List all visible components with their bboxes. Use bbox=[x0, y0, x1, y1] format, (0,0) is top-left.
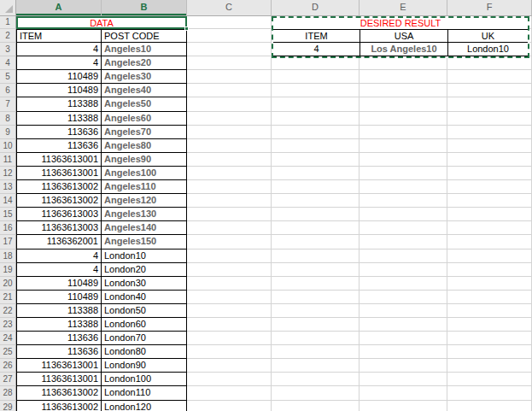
cell-item[interactable]: 110489 bbox=[16, 277, 102, 291]
row-header[interactable]: 22 bbox=[0, 304, 16, 318]
cell-empty-f[interactable] bbox=[447, 263, 532, 277]
cell-item[interactable]: 1136362001 bbox=[16, 235, 102, 249]
cell-empty-f[interactable] bbox=[447, 332, 532, 345]
cell-postcode[interactable]: Angeles40 bbox=[102, 84, 187, 97]
cell-empty-f[interactable] bbox=[447, 180, 532, 194]
cell-empty-d[interactable] bbox=[272, 208, 360, 221]
cell-item[interactable]: 113388 bbox=[16, 304, 102, 318]
result-cell-usa[interactable]: Los Angeles10 bbox=[360, 43, 448, 56]
cell-empty-f[interactable] bbox=[447, 277, 532, 291]
cell-empty-e[interactable] bbox=[360, 263, 447, 277]
cell-item[interactable]: 11363613003 bbox=[16, 208, 102, 221]
cell-empty-e[interactable] bbox=[360, 112, 447, 126]
cell-empty-e[interactable] bbox=[360, 359, 447, 373]
cell-empty-d[interactable] bbox=[272, 70, 360, 84]
cell-item[interactable]: 113636 bbox=[16, 332, 102, 345]
result-cell-item[interactable]: ITEM bbox=[273, 29, 360, 43]
cell-postcode[interactable]: London60 bbox=[102, 318, 187, 332]
cell-item[interactable]: 4 bbox=[16, 263, 102, 277]
cell-empty-e[interactable] bbox=[360, 56, 447, 70]
cell-empty-d[interactable] bbox=[272, 318, 360, 332]
cell-empty-c[interactable] bbox=[187, 208, 272, 221]
cell-postcode[interactable]: Angeles110 bbox=[102, 180, 187, 194]
cell-empty-c[interactable] bbox=[187, 29, 272, 43]
column-header[interactable]: C bbox=[187, 0, 272, 16]
cell-item[interactable]: 110489 bbox=[16, 70, 102, 84]
cell-postcode[interactable]: Angeles60 bbox=[102, 112, 187, 126]
cell-empty-f[interactable] bbox=[447, 291, 532, 304]
row-header[interactable]: 17 bbox=[0, 235, 16, 249]
row-header[interactable]: 26 bbox=[0, 359, 16, 373]
cell-empty-c[interactable] bbox=[187, 304, 272, 318]
cell-postcode[interactable]: London10 bbox=[102, 250, 187, 263]
cell-empty-c[interactable] bbox=[187, 84, 272, 97]
cell-empty-f[interactable] bbox=[447, 373, 532, 386]
row-header[interactable]: 21 bbox=[0, 291, 16, 304]
cell-empty-d[interactable] bbox=[272, 401, 360, 411]
cell-empty-f[interactable] bbox=[447, 208, 532, 221]
cell-item[interactable]: 4 bbox=[16, 250, 102, 263]
result-cell-item[interactable]: 4 bbox=[273, 43, 360, 56]
row-header[interactable]: 14 bbox=[0, 194, 16, 208]
cell-empty-e[interactable] bbox=[360, 235, 447, 249]
cell-empty-f[interactable] bbox=[447, 167, 532, 180]
cell-empty-c[interactable] bbox=[187, 112, 272, 126]
cell-empty-e[interactable] bbox=[360, 126, 447, 139]
cell-postcode[interactable]: London100 bbox=[102, 373, 187, 386]
cell-postcode[interactable]: Angeles140 bbox=[102, 221, 187, 235]
row-header[interactable]: 12 bbox=[0, 167, 16, 180]
cell-empty-c[interactable] bbox=[187, 221, 272, 235]
cell-postcode[interactable]: London110 bbox=[102, 386, 187, 400]
cell-empty-f[interactable] bbox=[447, 359, 532, 373]
cell-empty-e[interactable] bbox=[360, 291, 447, 304]
cell-empty-e[interactable] bbox=[360, 250, 447, 263]
cell-empty-d[interactable] bbox=[272, 112, 360, 126]
cell-empty-d[interactable] bbox=[272, 139, 360, 153]
cell-postcode[interactable]: Angeles30 bbox=[102, 70, 187, 84]
cell-empty-d[interactable] bbox=[272, 180, 360, 194]
cell-item[interactable]: 113636 bbox=[16, 126, 102, 139]
row-header[interactable]: 27 bbox=[0, 373, 16, 386]
cell-empty-e[interactable] bbox=[360, 304, 447, 318]
cell-item[interactable]: 113636 bbox=[16, 139, 102, 153]
cell-item[interactable]: 113388 bbox=[16, 112, 102, 126]
cell-empty-d[interactable] bbox=[272, 332, 360, 345]
cell-empty-f[interactable] bbox=[447, 386, 532, 400]
cell-empty-c[interactable] bbox=[187, 318, 272, 332]
cell-empty-c[interactable] bbox=[187, 139, 272, 153]
cell-item[interactable]: 11363613002 bbox=[16, 194, 102, 208]
row-header[interactable]: 7 bbox=[0, 97, 16, 111]
cell-empty-c[interactable] bbox=[187, 167, 272, 180]
cell-postcode[interactable]: POST CODE bbox=[102, 29, 187, 43]
cell-empty-e[interactable] bbox=[360, 318, 447, 332]
cell-empty-e[interactable] bbox=[360, 208, 447, 221]
cell-empty-e[interactable] bbox=[360, 332, 447, 345]
row-header[interactable]: 5 bbox=[0, 70, 16, 84]
select-all-button[interactable] bbox=[0, 0, 16, 16]
cell-empty-c[interactable] bbox=[187, 153, 272, 167]
cell-item[interactable]: 11363613001 bbox=[16, 167, 102, 180]
cell-empty-d[interactable] bbox=[272, 304, 360, 318]
cell-item[interactable]: 11363613002 bbox=[16, 180, 102, 194]
row-header[interactable]: 11 bbox=[0, 153, 16, 167]
cell-empty-d[interactable] bbox=[272, 84, 360, 97]
cell-empty-e[interactable] bbox=[360, 167, 447, 180]
cell-empty-d[interactable] bbox=[272, 167, 360, 180]
row-header[interactable]: 16 bbox=[0, 221, 16, 235]
column-header[interactable]: B bbox=[102, 0, 187, 16]
cell-empty-f[interactable] bbox=[447, 70, 532, 84]
cell-empty-c[interactable] bbox=[187, 180, 272, 194]
cell-empty-d[interactable] bbox=[272, 250, 360, 263]
row-header[interactable]: 20 bbox=[0, 277, 16, 291]
row-header[interactable]: 13 bbox=[0, 180, 16, 194]
cell-empty-d[interactable] bbox=[272, 263, 360, 277]
cell-empty-f[interactable] bbox=[447, 221, 532, 235]
cell-empty-c[interactable] bbox=[187, 194, 272, 208]
cell-empty-f[interactable] bbox=[447, 235, 532, 249]
cell-empty-d[interactable] bbox=[272, 194, 360, 208]
fill-handle[interactable] bbox=[184, 26, 189, 31]
cell-postcode[interactable]: Angeles90 bbox=[102, 153, 187, 167]
cell-empty-f[interactable] bbox=[447, 250, 532, 263]
cell-empty-d[interactable] bbox=[272, 153, 360, 167]
cell-empty-d[interactable] bbox=[272, 345, 360, 359]
